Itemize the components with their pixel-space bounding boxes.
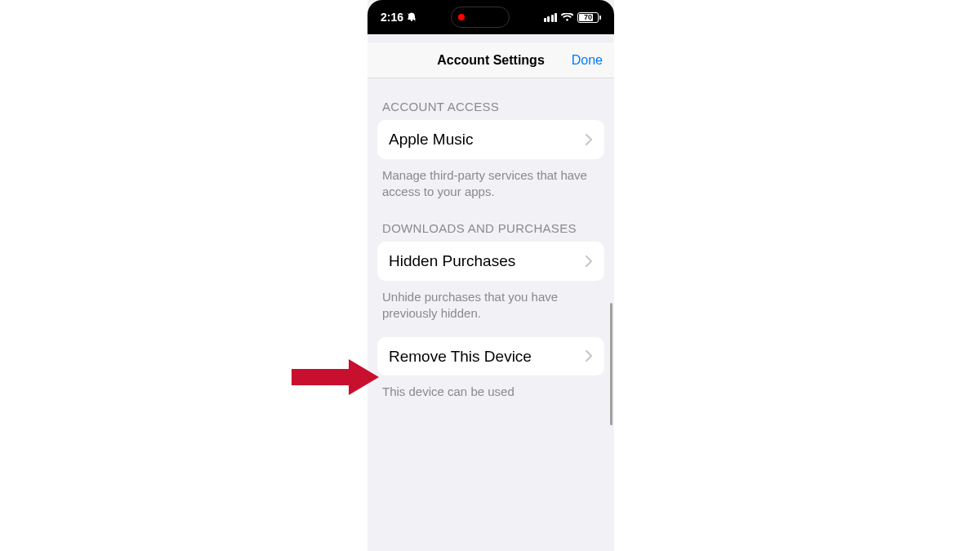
section-header-downloads: DOWNLOADS AND PURCHASES: [368, 200, 614, 242]
battery-icon: 70: [577, 12, 601, 23]
recording-indicator-icon: [458, 14, 465, 20]
done-button[interactable]: Done: [572, 53, 603, 68]
navigation-bar: Account Settings Done: [368, 42, 614, 78]
settings-content[interactable]: ACCOUNT ACCESS Apple Music Manage third-…: [368, 78, 614, 551]
section-header-account-access: ACCOUNT ACCESS: [368, 78, 614, 120]
chevron-right-icon: [585, 133, 593, 146]
chevron-right-icon: [585, 255, 593, 268]
scrollbar-indicator: [610, 303, 612, 425]
section-footer-account-access: Manage third-party services that have ac…: [368, 159, 614, 201]
row-apple-music[interactable]: Apple Music: [377, 120, 604, 159]
phone-frame: 2:16 70 Account Settings Done ACCOUNT AC…: [368, 0, 614, 551]
row-label: Remove This Device: [389, 347, 532, 367]
chevron-right-icon: [585, 349, 593, 362]
section-footer-hidden-purchases: Unhide purchases that you have previousl…: [368, 281, 614, 322]
page-title: Account Settings: [437, 53, 545, 68]
status-right: 70: [544, 12, 602, 23]
battery-level: 70: [584, 13, 592, 21]
wifi-icon: [561, 13, 573, 22]
section-footer-remove-device: This device can be used: [368, 375, 614, 400]
alarm-off-icon: [407, 12, 416, 22]
status-bar: 2:16 70: [368, 0, 614, 34]
dynamic-island: [451, 7, 510, 28]
row-remove-device[interactable]: Remove This Device: [377, 337, 604, 376]
sheet-handle: [368, 36, 614, 42]
row-hidden-purchases[interactable]: Hidden Purchases: [377, 242, 604, 281]
cellular-signal-icon: [544, 13, 558, 22]
status-left: 2:16: [381, 11, 416, 24]
row-label: Hidden Purchases: [389, 251, 515, 271]
row-label: Apple Music: [389, 130, 474, 149]
status-time: 2:16: [381, 11, 403, 24]
